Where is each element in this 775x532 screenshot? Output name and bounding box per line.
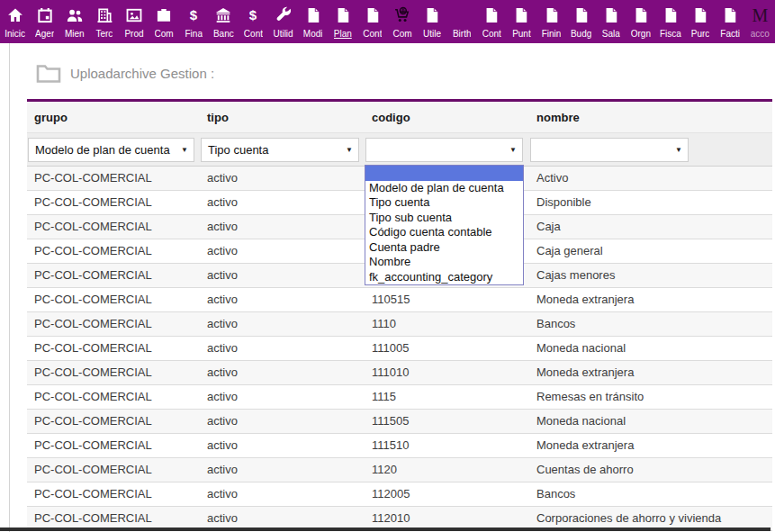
users-icon [65,5,85,25]
document-icon [482,5,501,25]
nav-item-ager[interactable]: Ager [30,0,59,43]
no-icon [452,5,472,25]
nav-item-fisca[interactable]: Fisca [655,0,685,43]
column-header-nombre: nombre [529,102,772,132]
nav-item-label: Orgn [631,29,651,39]
nav-item-acco[interactable]: M acco [745,0,775,43]
cell-grupo: PC-COL-COMERCIAL [27,167,200,190]
nav-item-plan[interactable]: Plan [328,0,357,43]
dropdown-option[interactable]: Cuenta padre [365,240,523,256]
dropdown-option[interactable]: Modelo de plan de cuenta [365,181,523,196]
nav-item-com[interactable]: Com [387,0,417,43]
dropdown-option[interactable] [365,166,523,181]
nav-item-label: acco [751,29,770,39]
nav-item-modi[interactable]: Modi [298,0,328,43]
table-row[interactable]: PC-COL-COMERCIAL activo 1115 Remesas en … [27,385,772,410]
nav-item-banc[interactable]: Banc [209,0,239,43]
table-row[interactable]: PC-COL-COMERCIAL activo 111505 Moneda na… [27,410,772,434]
nav-item-label: Facti [720,29,740,39]
briefcase-icon [154,5,174,25]
nav-item-budg[interactable]: Budg [566,0,596,43]
cell-tipo: activo [200,191,365,214]
folder-icon [36,63,61,83]
nav-item-utile[interactable]: Utile [418,0,447,43]
table-row[interactable]: PC-COL-COMERCIAL activo 111005 Moneda na… [27,337,772,361]
table-row[interactable]: PC-COL-COMERCIAL activo 111510 Moneda ex… [27,434,772,458]
chevron-down-icon: ▼ [346,146,353,154]
nav-item-label: Cont [363,29,382,39]
cell-grupo: PC-COL-COMERCIAL [27,264,200,287]
nav-item-facti[interactable]: Facti [716,0,745,43]
nav-item-label: Fisca [660,29,681,39]
nav-item-cont[interactable]: Cont [357,0,387,43]
nav-item-label: Budg [571,29,591,39]
nav-item-label: Purc [691,29,710,39]
cell-codigo: 111005 [365,337,529,360]
filter-row: Modelo de plan de cuenta ▼ Tipo cuenta ▼… [27,133,772,167]
nav-item-inicic[interactable]: Inicic [0,0,30,43]
nav-item-mien[interactable]: Mien [59,0,89,43]
filter-select-codigo[interactable]: ▼ [365,138,523,162]
cell-codigo: 111505 [365,410,529,433]
filter-select-grupo[interactable]: Modelo de plan de cuenta ▼ [28,138,194,162]
dropdown-option[interactable]: Nombre [365,255,523,270]
nav-item-fina[interactable]: $ Fina [179,0,209,43]
nav-item-label: Fina [185,29,202,39]
nav-item-orgn[interactable]: Orgn [626,0,655,43]
nav-item-punt[interactable]: Punt [507,0,536,43]
dropdown-option[interactable]: Tipo sub cuenta [365,211,523,226]
nav-item-label: Utilid [273,29,293,39]
cell-grupo: PC-COL-COMERCIAL [27,191,200,214]
filter-select-nombre[interactable]: ▼ [530,138,689,162]
dollar-icon: $ [243,5,263,25]
nav-item-terc[interactable]: Terc [89,0,119,43]
page-title: Uploadarchive Gestion : [70,66,214,81]
dropdown-option[interactable]: Tipo cuenta [365,195,523,211]
dollar-icon: $ [184,5,203,25]
cell-grupo: PC-COL-COMERCIAL [27,385,200,409]
accounts-table: grupo tipo codigo nombre Modelo de plan … [27,99,772,531]
nav-item-cont[interactable]: $ Cont [239,0,268,43]
cell-grupo: PC-COL-COMERCIAL [27,361,200,384]
filter-select-tipo[interactable]: Tipo cuenta ▼ [201,138,359,162]
chevron-down-icon: ▼ [675,146,682,154]
cell-grupo: PC-COL-COMERCIAL [27,458,200,482]
nav-item-utilid[interactable]: Utilid [268,0,298,43]
column-header-grupo: grupo [27,102,200,132]
cell-nombre: Moneda extranjera [529,288,772,311]
document-icon [303,5,323,25]
column-header-tipo: tipo [200,102,365,132]
table-row[interactable]: PC-COL-COMERCIAL activo 112005 Bancos [27,482,772,507]
nav-item-com[interactable]: Com [149,0,179,43]
document-icon [690,5,710,25]
cell-tipo: activo [200,458,365,482]
cell-nombre: Caja [529,215,772,239]
document-icon [422,5,442,25]
cell-tipo: activo [200,385,365,409]
cell-nombre: Cajas menores [529,264,772,287]
document-icon [542,5,562,25]
svg-text:$: $ [249,7,257,23]
nav-item-purc[interactable]: Purc [686,0,716,43]
m-letter-icon: M [750,5,770,25]
table-row[interactable]: PC-COL-COMERCIAL activo 111010 Moneda ex… [27,361,772,385]
column-header-codigo: codigo [365,102,529,132]
table-row[interactable]: PC-COL-COMERCIAL activo 1110 Bancos [27,312,772,337]
nav-item-finin[interactable]: Finin [536,0,566,43]
nav-item-cont[interactable]: Cont [477,0,507,43]
table-header-row: grupo tipo codigo nombre [27,102,772,133]
filter-select-grupo-value: Modelo de plan de cuenta [35,143,170,157]
table-row[interactable]: PC-COL-COMERCIAL activo 1120 Cuentas de … [27,458,772,482]
nav-item-sala[interactable]: Sala [596,0,626,43]
dropdown-option[interactable]: Código cuenta contable [365,225,523,240]
page-header: Uploadarchive Gestion : [36,63,214,83]
table-row[interactable]: PC-COL-COMERCIAL activo 110515 Moneda ex… [27,288,772,312]
cell-nombre: Activo [529,167,772,190]
nav-item-birth[interactable]: Birth [447,0,477,43]
document-icon [511,5,531,25]
cell-tipo: activo [200,312,365,336]
dropdown-option[interactable]: fk_accounting_category [365,270,523,285]
wrench-icon [274,5,293,25]
nav-item-label: Banc [213,29,234,39]
nav-item-prod[interactable]: Prod [119,0,149,43]
